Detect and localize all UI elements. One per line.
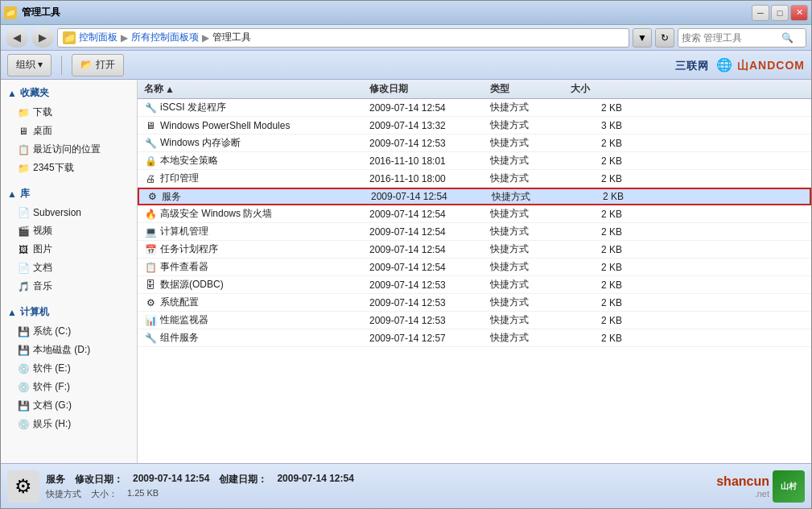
- open-button[interactable]: 📂 打开: [72, 54, 123, 77]
- sidebar-item-pictures[interactable]: 🖼 图片: [1, 240, 137, 259]
- sidebar-item-subversion[interactable]: 📄 Subversion: [1, 204, 137, 221]
- file-type-cell: 快捷方式: [484, 242, 564, 256]
- sidebar-label-d: 本地磁盘 (D:): [33, 343, 90, 357]
- documents-icon: 📄: [17, 262, 30, 275]
- file-type-cell: 快捷方式: [484, 101, 564, 114]
- minimize-button[interactable]: ─: [752, 5, 769, 21]
- sidebar-library-header[interactable]: ▲ 库: [1, 184, 137, 204]
- file-row[interactable]: 💻 计算机管理 2009-07-14 12:54 快捷方式 2 KB: [138, 223, 811, 241]
- file-name-text: 计算机管理: [160, 225, 208, 238]
- col-header-size[interactable]: 大小: [564, 82, 629, 96]
- file-row[interactable]: 🗄 数据源(ODBC) 2009-07-14 12:53 快捷方式 2 KB: [138, 276, 811, 294]
- file-row[interactable]: 🔒 本地安全策略 2016-11-10 18:01 快捷方式 2 KB: [138, 152, 811, 170]
- file-icon: 💻: [144, 226, 157, 238]
- sidebar-item-d[interactable]: 💾 本地磁盘 (D:): [1, 341, 137, 359]
- address-path[interactable]: 📁 控制面板 ▶ 所有控制面板项 ▶ 管理工具: [57, 28, 629, 48]
- download-icon: 📁: [17, 106, 30, 119]
- library-label: 库: [20, 187, 30, 201]
- search-input[interactable]: [682, 32, 778, 43]
- pictures-icon: 🖼: [17, 243, 30, 256]
- forward-button[interactable]: ▶: [31, 28, 54, 48]
- status-file-icon: ⚙: [7, 470, 39, 503]
- file-list: 🔧 iSCSI 发起程序 2009-07-14 12:54 快捷方式 2 KB …: [138, 99, 811, 463]
- status-modify-label: 修改日期：: [75, 473, 123, 486]
- sidebar-computer-header[interactable]: ▲ 计算机: [1, 302, 137, 322]
- sidebar-item-g[interactable]: 💾 文档 (G:): [1, 396, 137, 415]
- file-row[interactable]: 📅 任务计划程序 2009-07-14 12:54 快捷方式 2 KB: [138, 241, 811, 259]
- refresh-button[interactable]: ↻: [655, 28, 674, 48]
- file-date-cell: 2009-07-14 12:54: [363, 244, 484, 255]
- file-name-text: 系统配置: [160, 296, 199, 309]
- file-name-text: 组件服务: [160, 331, 199, 345]
- sidebar-item-recent[interactable]: 📋 最近访问的位置: [1, 140, 137, 159]
- file-name-text: 本地安全策略: [160, 154, 218, 168]
- sidebar-label-pictures: 图片: [33, 242, 52, 256]
- logo-sub: .net: [716, 489, 769, 499]
- file-row[interactable]: 🔥 高级安全 Windows 防火墙 2009-07-14 12:54 快捷方式…: [138, 205, 811, 223]
- sidebar-item-download[interactable]: 📁 下载: [1, 103, 137, 122]
- sidebar-item-c[interactable]: 💾 系统 (C:): [1, 322, 137, 341]
- organize-button[interactable]: 组织 ▾: [7, 54, 52, 77]
- library-collapse-icon: ▲: [7, 188, 17, 200]
- main-window: 📁 管理工具 ─ □ ✕ ◀ ▶ 📁 控制面板 ▶ 所有控制面板项 ▶ 管理工具…: [0, 0, 812, 509]
- sidebar-item-h[interactable]: 💿 娱乐 (H:): [1, 415, 137, 433]
- toolbar: 组织 ▾ 📂 打开 三联网 🌐 山ANDCOM: [1, 51, 811, 80]
- file-row[interactable]: 🖨 打印管理 2016-11-10 18:00 快捷方式 2 KB: [138, 170, 811, 188]
- col-header-name[interactable]: 名称 ▲: [138, 82, 363, 96]
- file-size-cell: 2 KB: [564, 226, 629, 238]
- file-size-cell: 2 KB: [564, 209, 629, 220]
- file-size-cell: 2 KB: [564, 244, 629, 255]
- col-header-type[interactable]: 类型: [484, 82, 564, 96]
- file-size-cell: 2 KB: [566, 191, 630, 202]
- file-type-cell: 快捷方式: [484, 296, 564, 309]
- file-name-cell: 🔒 本地安全策略: [138, 154, 363, 168]
- file-name-cell: 🖥 Windows PowerShell Modules: [138, 119, 363, 132]
- file-icon: 📊: [144, 314, 157, 327]
- status-type: 快捷方式: [46, 488, 81, 500]
- breadcrumb-1[interactable]: 控制面板: [79, 31, 117, 44]
- file-row[interactable]: 📋 事件查看器 2009-07-14 12:54 快捷方式 2 KB: [138, 259, 811, 276]
- file-icon: ⚙: [144, 296, 157, 309]
- logo-badge: 山村: [773, 470, 805, 503]
- sidebar-item-desktop[interactable]: 🖥 桌面: [1, 122, 137, 140]
- file-name-cell: ⚙ 服务: [139, 190, 365, 204]
- sidebar-item-documents[interactable]: 📄 文档: [1, 259, 137, 277]
- back-button[interactable]: ◀: [6, 28, 28, 48]
- col-header-date[interactable]: 修改日期: [363, 82, 484, 96]
- status-line-2: 快捷方式 大小： 1.25 KB: [46, 488, 354, 500]
- file-row[interactable]: 🖥 Windows PowerShell Modules 2009-07-14 …: [138, 117, 811, 134]
- sidebar-label-desktop: 桌面: [33, 124, 52, 138]
- file-date-cell: 2009-07-14 12:53: [363, 297, 484, 308]
- toolbar-logo: 三联网 🌐 山ANDCOM: [675, 57, 805, 73]
- file-name-text: 数据源(ODBC): [160, 278, 224, 292]
- maximize-button[interactable]: □: [771, 5, 789, 21]
- file-row[interactable]: 🔧 Windows 内存诊断 2009-07-14 12:53 快捷方式 2 K…: [138, 134, 811, 152]
- status-logo: shancun .net 山村: [716, 470, 805, 503]
- sidebar-item-music[interactable]: 🎵 音乐: [1, 277, 137, 296]
- drive-e-icon: 💿: [17, 362, 30, 375]
- address-dropdown[interactable]: ▼: [633, 28, 652, 48]
- file-row[interactable]: ⚙ 系统配置 2009-07-14 12:53 快捷方式 2 KB: [138, 294, 811, 312]
- sidebar-item-2345[interactable]: 📁 2345下载: [1, 159, 137, 177]
- sidebar-label-download: 下载: [33, 106, 52, 119]
- close-button[interactable]: ✕: [790, 5, 808, 21]
- sidebar-label-documents: 文档: [33, 261, 52, 275]
- sidebar-item-video[interactable]: 🎬 视频: [1, 221, 137, 240]
- file-icon: 🔒: [144, 155, 157, 168]
- computer-collapse-icon: ▲: [7, 307, 17, 318]
- file-row[interactable]: ⚙ 服务 2009-07-14 12:54 快捷方式 2 KB: [138, 188, 811, 205]
- breadcrumb-2[interactable]: 所有控制面板项: [131, 31, 199, 44]
- sidebar-item-e[interactable]: 💿 软件 (E:): [1, 359, 137, 378]
- file-row[interactable]: 🔧 组件服务 2009-07-14 12:57 快捷方式 2 KB: [138, 329, 811, 347]
- file-name-cell: 🔧 Windows 内存诊断: [138, 136, 363, 150]
- folder-icon: 📁: [63, 31, 76, 44]
- file-row[interactable]: 📊 性能监视器 2009-07-14 12:53 快捷方式 2 KB: [138, 312, 811, 329]
- file-name-text: 事件查看器: [160, 260, 208, 274]
- sidebar-favorites-header[interactable]: ▲ 收藏夹: [1, 83, 137, 103]
- search-box[interactable]: 🔍: [678, 28, 806, 48]
- file-name-cell: 🖨 打印管理: [138, 172, 363, 185]
- file-row[interactable]: 🔧 iSCSI 发起程序 2009-07-14 12:54 快捷方式 2 KB: [138, 99, 811, 117]
- sidebar-item-f[interactable]: 💿 软件 (F:): [1, 378, 137, 396]
- file-name-cell: ⚙ 系统配置: [138, 296, 363, 309]
- file-name-text: 打印管理: [160, 172, 199, 185]
